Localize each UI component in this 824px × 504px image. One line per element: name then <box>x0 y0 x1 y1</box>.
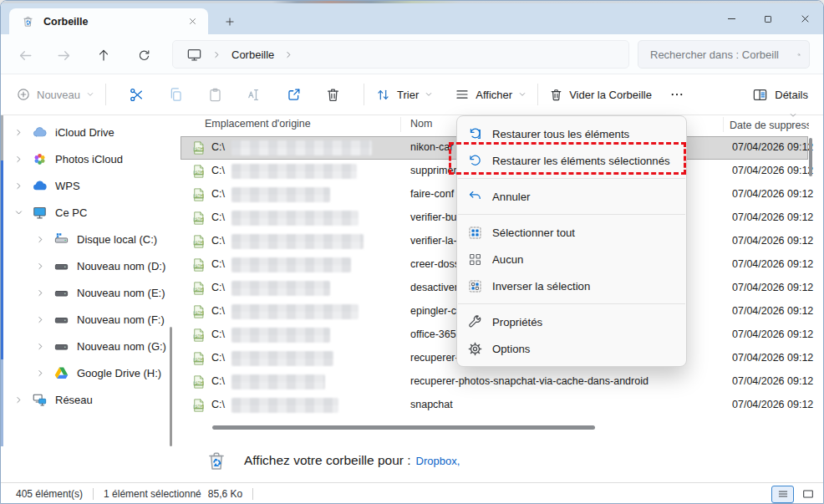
titlebar: Corbeille <box>1 3 823 34</box>
banner-dropbox-link[interactable]: Dropbox, <box>416 455 460 467</box>
menu-item-restaurer-les-elements-selectionnes[interactable]: Restaurer les éléments sélectionnés <box>457 147 686 174</box>
horizontal-scrollbar-thumb[interactable] <box>212 425 595 430</box>
menu-item-proprietes[interactable]: Propriétés <box>457 308 686 335</box>
wps-cloud-icon <box>32 178 48 194</box>
chevron-right-icon[interactable] <box>13 181 23 191</box>
sidebar-item-nouveau-nom-f[interactable]: Nouveau nom (F:) <box>3 306 181 333</box>
chevron-right-icon[interactable] <box>35 315 45 324</box>
sidebar-item-nouveau-nom-d[interactable]: Nouveau nom (D:) <box>3 252 181 279</box>
new-tab-button[interactable] <box>220 12 240 32</box>
menu-separator <box>458 303 685 304</box>
menu-item-annuler[interactable]: Annuler <box>457 183 686 210</box>
horizontal-scrollbar[interactable] <box>181 424 824 432</box>
sidebar-item-disque-local-c[interactable]: Disque local (C:) <box>3 226 181 252</box>
refresh-icon <box>137 48 151 63</box>
breadcrumb-item-corbeille[interactable]: Corbeille <box>231 48 274 61</box>
paste-button[interactable] <box>196 79 235 109</box>
table-row[interactable]: PNGC:\snapchat07/04/2026 09:12 <box>181 394 808 417</box>
local-disk-icon <box>53 232 69 247</box>
sidebar-item-r-seau[interactable]: Réseau <box>3 386 181 413</box>
refresh-button[interactable] <box>133 44 155 66</box>
sidebar-scrollbar[interactable] <box>170 327 172 446</box>
rename-icon <box>247 87 262 103</box>
deletion-date: 07/04/2026 09:12 <box>732 165 813 176</box>
sort-label: Trier <box>397 89 419 101</box>
chevron-right-icon[interactable] <box>13 155 23 164</box>
trash-icon <box>549 88 563 102</box>
redacted-path-blur <box>231 187 330 202</box>
column-header-name[interactable]: Nom <box>410 118 432 130</box>
menu-item-aucun[interactable]: Aucun <box>457 246 686 272</box>
sidebar-tree: iCloud DrivePhotos iCloudWPSCe PCDisque … <box>3 115 181 482</box>
tab-corbeille[interactable]: Corbeille <box>9 8 208 34</box>
tab-close-button[interactable] <box>185 14 200 29</box>
icons-view-toggle[interactable] <box>798 486 818 503</box>
origin-path: C:\ <box>211 211 225 223</box>
chevron-right-icon[interactable] <box>35 288 45 298</box>
svg-text:PNG: PNG <box>195 405 203 409</box>
search-input[interactable] <box>650 48 797 61</box>
maximize-icon <box>763 14 773 24</box>
sidebar-item-google-drive-h[interactable]: Google Drive (H:) <box>3 359 181 386</box>
selection-count: 1 élément sélectionné <box>104 488 201 500</box>
png-file-icon: PNG <box>191 211 206 226</box>
png-file-icon: PNG <box>191 398 206 413</box>
drive-icon <box>53 339 69 354</box>
delete-button[interactable] <box>313 79 353 109</box>
sidebar-item-wps[interactable]: WPS <box>3 172 181 199</box>
sidebar-item-icloud-drive[interactable]: iCloud Drive <box>3 119 181 145</box>
search-box[interactable] <box>638 40 810 69</box>
cut-button[interactable] <box>117 79 156 109</box>
close-icon <box>188 17 197 26</box>
minimize-button[interactable] <box>713 3 750 34</box>
menu-item-selectionner-tout[interactable]: Sélectionner tout <box>457 219 686 246</box>
restore-all-icon <box>467 126 483 142</box>
copy-button[interactable] <box>156 79 196 109</box>
chevron-right-icon[interactable] <box>13 128 23 137</box>
statusbar-divider <box>252 488 253 500</box>
details-view-toggle[interactable] <box>771 486 794 503</box>
chevron-down-icon[interactable] <box>13 208 23 217</box>
chevron-right-icon[interactable] <box>35 235 45 244</box>
up-button[interactable] <box>93 44 114 66</box>
sidebar-item-label: Google Drive (H:) <box>77 367 161 379</box>
menu-item-options[interactable]: Options <box>457 335 686 362</box>
column-header-date[interactable]: Date de suppress <box>730 120 809 131</box>
redacted-path-blur <box>231 351 333 366</box>
redacted-path-blur <box>231 140 372 155</box>
menu-item-restaurer-tous-les-elements[interactable]: Restaurer tous les éléments <box>457 120 686 147</box>
forward-button[interactable] <box>53 44 74 66</box>
table-row[interactable]: PNGC:\recuperer-photos-snapchat-via-cach… <box>181 370 808 394</box>
new-button[interactable]: Nouveau <box>16 87 94 102</box>
back-button[interactable] <box>14 44 36 66</box>
sidebar-item-ce-pc[interactable]: Ce PC <box>3 199 181 226</box>
chevron-right-icon[interactable] <box>13 395 23 405</box>
close-window-button[interactable] <box>786 3 823 34</box>
chevron-right-icon <box>212 50 221 59</box>
sidebar-item-nouveau-nom-e[interactable]: Nouveau nom (E:) <box>3 279 181 306</box>
rename-button[interactable] <box>235 79 274 109</box>
sidebar-item-nouveau-nom-g[interactable]: Nouveau nom (G:) <box>3 333 181 359</box>
menu-item-inverser-la-selection[interactable]: Inverser la sélection <box>457 272 686 299</box>
chevron-right-icon[interactable] <box>35 262 45 271</box>
breadcrumb[interactable]: Corbeille <box>172 40 629 69</box>
file-name: snapchat <box>410 399 453 410</box>
more-options-button[interactable] <box>662 79 692 109</box>
chevron-right-icon <box>284 50 293 59</box>
chevron-right-icon[interactable] <box>35 342 45 351</box>
chevron-right-icon[interactable] <box>35 369 45 378</box>
sidebar-item-photos-icloud[interactable]: Photos iCloud <box>3 145 181 172</box>
maximize-button[interactable] <box>750 3 786 34</box>
share-button[interactable] <box>274 79 313 109</box>
redacted-path-blur <box>231 234 364 249</box>
empty-recycle-bin-button[interactable]: Vider la Corbeille <box>549 88 652 102</box>
column-header-origin[interactable]: Emplacement d'origine <box>205 118 311 130</box>
view-button[interactable]: Afficher <box>455 87 526 102</box>
chevron-right-icon <box>14 128 23 137</box>
sort-button[interactable]: Trier <box>375 87 433 103</box>
close-icon <box>800 13 811 24</box>
vertical-scrollbar[interactable] <box>809 138 812 176</box>
recycle-bin-icon <box>21 14 35 28</box>
chevron-right-icon <box>36 288 45 298</box>
details-pane-button[interactable]: Détails <box>752 87 808 103</box>
